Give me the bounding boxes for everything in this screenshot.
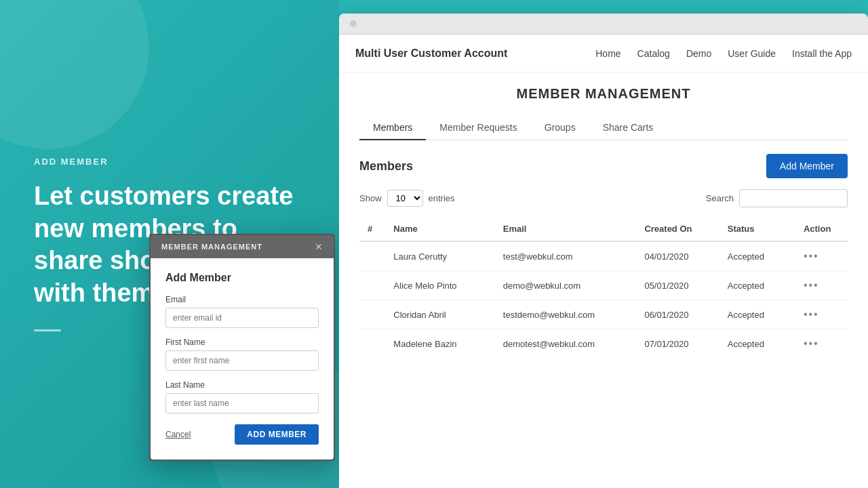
table-controls: Show 10 25 50 entries Search (359, 189, 848, 207)
members-section-header: Members Add Member (359, 154, 848, 178)
last-name-label: Last Name (165, 380, 319, 390)
divider-line (34, 329, 61, 331)
nav-links: Home Catalog Demo User Guide Install the… (595, 48, 852, 59)
tabs-bar: Members Member Requests Groups Share Car… (359, 115, 848, 140)
cell-email: testdemo@webkul.com (495, 300, 637, 329)
members-section-title: Members (359, 159, 413, 174)
cell-name: Cloridan Abril (385, 300, 494, 329)
cell-created: 07/01/2020 (636, 329, 719, 359)
action-menu-button[interactable]: ••• (804, 250, 819, 262)
first-name-form-group: First Name (165, 338, 319, 371)
email-label: Email (165, 295, 319, 304)
col-header-email: Email (495, 217, 637, 241)
add-member-submit-button[interactable]: ADD MEMBER (235, 424, 319, 445)
add-member-modal: MEMBER MANAGEMENT ✕ Add Member Email Fir… (149, 234, 335, 461)
members-table: # Name Email Created On Status Action La… (359, 217, 848, 358)
action-menu-button[interactable]: ••• (804, 279, 819, 291)
col-header-status: Status (719, 217, 795, 241)
col-header-name: Name (385, 217, 494, 241)
cell-name: Laura Cerutty (385, 241, 494, 271)
col-header-created: Created On (636, 217, 719, 241)
nav-install-app[interactable]: Install the App (792, 48, 852, 59)
cell-email: test@webkul.com (495, 241, 637, 271)
tab-share-carts[interactable]: Share Carts (589, 115, 667, 140)
right-panel: Multi User Customer Account Home Catalog… (339, 14, 868, 488)
left-panel: ADD MEMBER Let customers create new memb… (0, 0, 339, 488)
table-row: Alice Melo Pinto demo@webkul.com 05/01/2… (359, 271, 848, 300)
table-row: Cloridan Abril testdemo@webkul.com 06/01… (359, 300, 848, 329)
cell-action: ••• (795, 271, 848, 300)
action-menu-button[interactable]: ••• (804, 338, 819, 349)
status-badge: Accepted (719, 241, 795, 271)
browser-dot-1 (350, 20, 357, 27)
last-name-form-group: Last Name (165, 380, 319, 413)
cell-action: ••• (795, 241, 848, 271)
first-name-input[interactable] (165, 350, 319, 371)
page-title: MEMBER MANAGEMENT (359, 86, 848, 102)
show-entries: Show 10 25 50 entries (359, 190, 455, 207)
table-row: Laura Cerutty test@webkul.com 04/01/2020… (359, 241, 848, 271)
nav-user-guide[interactable]: User Guide (728, 48, 776, 59)
search-label: Search (706, 193, 734, 203)
modal-close-button[interactable]: ✕ (315, 242, 323, 251)
email-form-group: Email (165, 295, 319, 328)
table-row: Madelene Bazin demotest@webkul.com 07/01… (359, 329, 848, 359)
cell-email: demo@webkul.com (495, 271, 637, 300)
app-logo: Multi User Customer Account (355, 47, 507, 60)
email-input[interactable] (165, 308, 319, 328)
cell-id (359, 329, 385, 359)
tab-groups[interactable]: Groups (531, 115, 589, 140)
modal-footer: Cancel ADD MEMBER (165, 424, 319, 445)
app-window: Multi User Customer Account Home Catalog… (339, 35, 868, 488)
cancel-button[interactable]: Cancel (165, 430, 191, 439)
app-nav: Multi User Customer Account Home Catalog… (339, 35, 868, 73)
cell-action: ••• (795, 300, 848, 329)
entries-select[interactable]: 10 25 50 (387, 190, 423, 207)
cell-created: 04/01/2020 (636, 241, 719, 271)
app-content: MEMBER MANAGEMENT Members Member Request… (339, 73, 868, 371)
status-badge: Accepted (719, 271, 795, 300)
nav-demo[interactable]: Demo (686, 48, 711, 59)
cell-email: demotest@webkul.com (495, 329, 637, 359)
action-menu-button[interactable]: ••• (804, 308, 819, 320)
search-input[interactable] (739, 189, 848, 207)
modal-title: Add Member (165, 272, 319, 284)
modal-backdrop: MEMBER MANAGEMENT ✕ Add Member Email Fir… (149, 234, 335, 461)
last-name-input[interactable] (165, 393, 319, 413)
cell-created: 05/01/2020 (636, 271, 719, 300)
show-label: Show (359, 193, 382, 203)
browser-chrome (339, 14, 868, 35)
nav-home[interactable]: Home (595, 48, 620, 59)
add-member-label: ADD MEMBER (34, 157, 305, 167)
modal-body: Add Member Email First Name Last Name Ca… (151, 258, 334, 460)
first-name-label: First Name (165, 338, 319, 347)
cell-action: ••• (795, 329, 848, 359)
tab-members[interactable]: Members (359, 115, 426, 140)
col-header-hash: # (359, 217, 385, 241)
nav-catalog[interactable]: Catalog (637, 48, 670, 59)
search-box: Search (706, 189, 848, 207)
cell-id (359, 271, 385, 300)
cell-id (359, 300, 385, 329)
cell-name: Alice Melo Pinto (385, 271, 494, 300)
col-header-action: Action (795, 217, 848, 241)
modal-header-title: MEMBER MANAGEMENT (161, 243, 262, 251)
cell-id (359, 241, 385, 271)
modal-header-bar: MEMBER MANAGEMENT ✕ (151, 235, 334, 258)
entries-label: entries (429, 193, 455, 203)
status-badge: Accepted (719, 329, 795, 359)
cell-name: Madelene Bazin (385, 329, 494, 359)
status-badge: Accepted (719, 300, 795, 329)
tab-member-requests[interactable]: Member Requests (426, 115, 530, 140)
add-member-main-button[interactable]: Add Member (766, 154, 848, 178)
cell-created: 06/01/2020 (636, 300, 719, 329)
